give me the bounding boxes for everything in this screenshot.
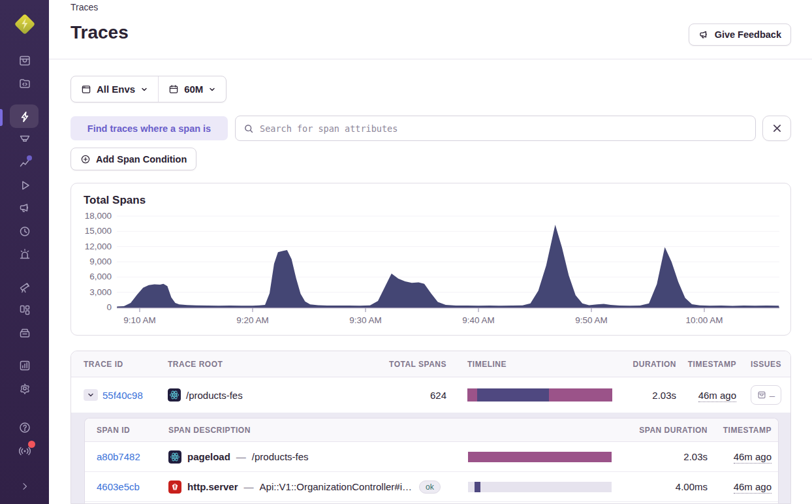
new-feature-dot [27,155,32,161]
col-span-description: SPAN DESCRIPTION [168,426,251,435]
sidebar-item-dashboards[interactable] [0,298,49,321]
span-row: 4603e5cb http.server — Api::V1::Organiza… [85,472,778,502]
sidebar-item-settings[interactable] [0,377,49,400]
col-timeline: TIMELINE [467,360,612,369]
col-trace-root: TRACE ROOT [168,360,368,369]
span-search-input[interactable] [260,123,747,134]
trace-root-name[interactable]: /products-fes [186,390,243,401]
clear-search-button[interactable] [762,116,791,141]
filter-bar: All Envs 60M [70,76,226,102]
svg-text:3,000: 3,000 [89,287,112,297]
give-feedback-button[interactable]: Give Feedback [689,24,791,46]
svg-text:9:10 AM: 9:10 AM [123,315,156,325]
sidebar-item-alerts[interactable] [0,242,49,265]
sidebar-item-stats[interactable] [0,354,49,377]
header-divider [49,59,812,59]
react-icon [168,388,181,402]
trace-issues-button[interactable]: – [751,385,781,405]
sidebar-item-explore-traces[interactable] [0,105,49,128]
spans-table: SPAN ID SPAN DESCRIPTION SPAN DURATION T… [84,418,779,504]
trace-timestamp[interactable]: 46m ago [698,390,736,402]
sidebar [0,0,49,504]
col-duration: DURATION [612,360,676,369]
issues-icon [757,390,766,400]
col-total-spans: TOTAL SPANS [368,360,446,369]
svg-text:12,000: 12,000 [85,242,112,251]
svg-text:9:20 AM: 9:20 AM [236,315,269,325]
sidebar-item-discover[interactable] [0,276,49,298]
svg-text:10:00 AM: 10:00 AM [685,315,723,325]
svg-text:9,000: 9,000 [89,257,112,266]
span-id-link[interactable]: a80b7482 [97,451,140,462]
col-issues: ISSUES [736,360,781,369]
sidebar-item-crons[interactable] [0,219,49,242]
sidebar-item-feedback[interactable] [0,197,49,219]
span-timestamp[interactable]: 46m ago [734,451,772,464]
span-duration: 4.00ms [613,481,708,492]
total-spans-value: 624 [368,390,446,401]
svg-text:9:50 AM: 9:50 AM [575,315,608,325]
sidebar-item-projects[interactable] [0,72,49,95]
trace-row: 55f40c98 /products-fes 624 2.03s 46m ago… [71,377,790,413]
environment-filter[interactable]: All Envs [71,76,158,102]
chevron-down-icon [140,86,148,93]
close-icon [772,123,782,133]
span-op: pageload [187,451,230,462]
traces-table-header: TRACE ID TRACE ROOT TOTAL SPANS TIMELINE… [71,351,790,377]
time-range-filter[interactable]: 60M [159,76,226,102]
span-description: Api::V1::OrganizationController#i… [260,481,412,492]
window-icon [81,84,91,95]
span-duration-bar [468,452,612,462]
span-op: http.server [187,481,238,492]
col-span-timestamp: TIMESTAMP [708,426,772,435]
react-icon [168,450,181,464]
sentry-logo[interactable] [12,11,38,37]
col-span-duration: SPAN DURATION [613,426,708,435]
sidebar-item-replays[interactable] [0,174,49,197]
whats-new-button[interactable] [0,439,49,462]
trace-search-label: Find traces where a span is [70,116,228,140]
main-content: Traces Traces Give Feedback All Envs 60M… [49,0,812,504]
issues-dash: – [770,390,775,401]
total-spans-area-chart[interactable]: 9:10 AM9:20 AM9:30 AM9:40 AM9:50 AM10:00… [71,183,790,335]
span-description: /products-fes [252,451,309,462]
svg-text:9:30 AM: 9:30 AM [349,315,382,325]
svg-text:0: 0 [106,302,112,312]
svg-text:9:40 AM: 9:40 AM [462,315,495,325]
span-duration: 2.03s [613,451,708,462]
svg-text:18,000: 18,000 [85,211,112,221]
collapse-trace-button[interactable] [84,389,98,401]
trace-timeline-bar[interactable] [467,388,612,402]
chevron-down-icon [208,86,216,93]
ruby-icon [168,480,181,494]
col-span-id: SPAN ID [85,426,168,435]
span-duration-bar [468,482,612,492]
col-timestamp: TIMESTAMP [676,360,736,369]
trace-duration: 2.03s [612,390,676,401]
span-search-box[interactable] [235,116,756,141]
span-id-link[interactable]: 4603e5cb [97,481,140,492]
calendar-icon [168,84,179,95]
span-row: a80b7482 pageload — /products-fes 2.03s … [85,442,778,472]
col-trace-id: TRACE ID [71,360,168,369]
span-timestamp[interactable]: 46m ago [734,481,772,494]
megaphone-icon [698,29,710,40]
trace-id-link[interactable]: 55f40c98 [102,390,143,401]
svg-text:6,000: 6,000 [89,272,112,281]
notification-dot [28,441,35,448]
search-icon [243,123,254,134]
trace-expanded-section: SPAN ID SPAN DESCRIPTION SPAN DURATION T… [71,413,790,504]
breadcrumb[interactable]: Traces [70,2,98,12]
span-status-badge: ok [419,480,441,494]
page-title: Traces [70,22,129,43]
sidebar-item-insights[interactable] [0,128,49,151]
add-span-condition-button[interactable]: Add Span Condition [70,148,196,170]
total-spans-chart-panel: Total Spans 9:10 AM9:20 AM9:30 AM9:40 AM… [70,183,791,336]
svg-text:15,000: 15,000 [85,226,112,236]
plus-circle-icon [80,154,91,165]
sidebar-item-metrics[interactable] [0,151,49,174]
sidebar-collapse-button[interactable] [0,475,49,497]
sidebar-item-issues[interactable] [0,49,49,72]
help-button[interactable] [0,416,49,439]
sidebar-item-releases[interactable] [0,321,49,344]
